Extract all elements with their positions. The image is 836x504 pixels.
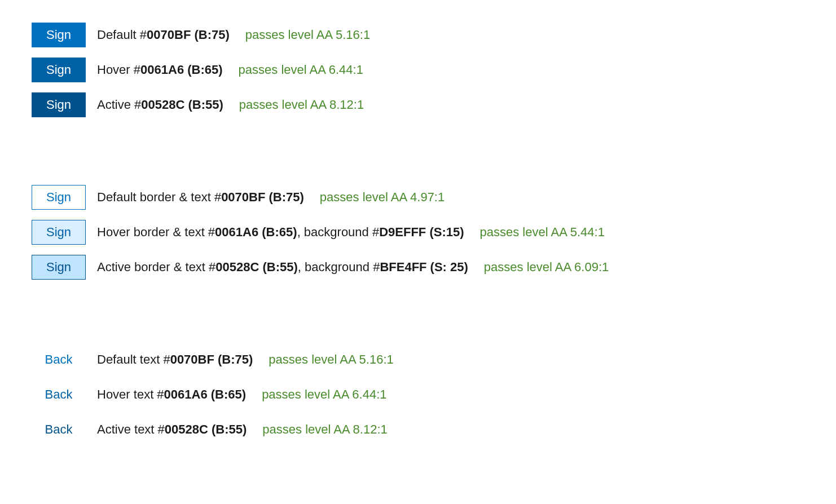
solid-default-desc: Default #0070BF (B:75) [97, 28, 230, 42]
text-hover-pass: passes level AA 6.44:1 [262, 387, 386, 402]
solid-hover-desc: Hover #0061A6 (B:65) [97, 63, 223, 77]
outline-default-row: Sign Default border & text #0070BF (B:75… [32, 185, 804, 210]
outline-hover-pass: passes level AA 5.44:1 [480, 225, 605, 240]
sign-button-outline-hover[interactable]: Sign [32, 220, 86, 245]
solid-hover-row: Sign Hover #0061A6 (B:65) passes level A… [32, 58, 804, 82]
sign-button-solid-active[interactable]: Sign [32, 92, 86, 117]
back-button-text-default[interactable]: Back [32, 347, 86, 372]
solid-active-row: Sign Active #00528C (B:55) passes level … [32, 92, 804, 117]
outline-active-desc: Active border & text #00528C (B:55), bac… [97, 260, 468, 275]
outline-hover-row: Sign Hover border & text #0061A6 (B:65),… [32, 220, 804, 245]
solid-button-group: Sign Default #0070BF (B:75) passes level… [32, 23, 804, 117]
text-hover-desc: Hover text #0061A6 (B:65) [97, 387, 246, 402]
solid-active-pass: passes level AA 8.12:1 [239, 98, 364, 112]
outline-active-row: Sign Active border & text #00528C (B:55)… [32, 255, 804, 280]
sign-button-outline-active[interactable]: Sign [32, 255, 86, 280]
text-active-desc: Active text #00528C (B:55) [97, 422, 247, 437]
sign-button-solid-default[interactable]: Sign [32, 23, 86, 47]
back-button-text-hover[interactable]: Back [32, 382, 86, 407]
text-default-desc: Default text #0070BF (B:75) [97, 352, 253, 367]
text-hover-row: Back Hover text #0061A6 (B:65) passes le… [32, 382, 804, 407]
text-default-row: Back Default text #0070BF (B:75) passes … [32, 347, 804, 372]
outline-hover-desc: Hover border & text #0061A6 (B:65), back… [97, 225, 464, 240]
outline-default-pass: passes level AA 4.97:1 [320, 190, 445, 205]
sign-button-solid-hover[interactable]: Sign [32, 58, 86, 82]
back-button-text-active[interactable]: Back [32, 417, 86, 442]
text-default-pass: passes level AA 5.16:1 [269, 352, 393, 367]
solid-hover-pass: passes level AA 6.44:1 [239, 63, 363, 77]
outline-button-group: Sign Default border & text #0070BF (B:75… [32, 185, 804, 280]
text-active-pass: passes level AA 8.12:1 [262, 422, 387, 437]
solid-active-desc: Active #00528C (B:55) [97, 98, 223, 112]
outline-default-desc: Default border & text #0070BF (B:75) [97, 190, 304, 205]
text-button-group: Back Default text #0070BF (B:75) passes … [32, 347, 804, 442]
solid-default-row: Sign Default #0070BF (B:75) passes level… [32, 23, 804, 47]
text-active-row: Back Active text #00528C (B:55) passes l… [32, 417, 804, 442]
outline-active-pass: passes level AA 6.09:1 [484, 260, 609, 275]
sign-button-outline-default[interactable]: Sign [32, 185, 86, 210]
solid-default-pass: passes level AA 5.16:1 [245, 28, 370, 42]
